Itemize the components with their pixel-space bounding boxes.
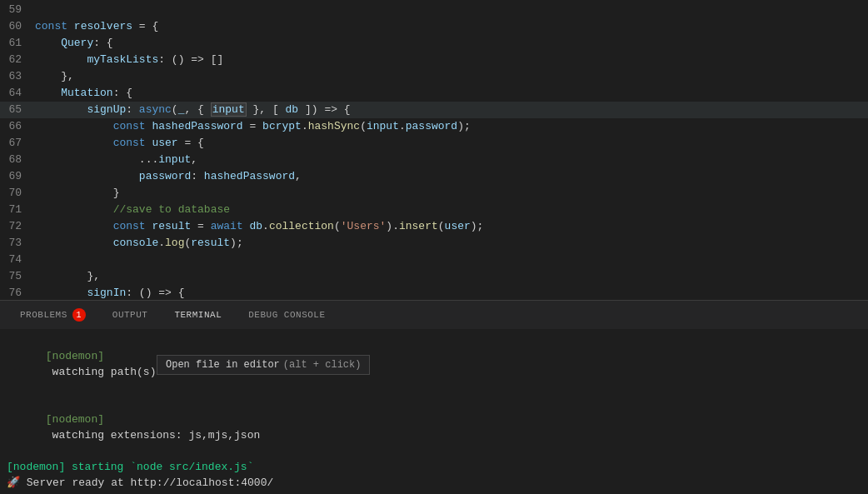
tooltip-shortcut: (alt + click) [283,359,362,371]
code-line: 63 }, [0,68,868,85]
code-line: 73 console.log(result); [0,235,868,252]
code-editor: 59 60 const resolvers = { 61 Query: { 62… [0,0,868,300]
tooltip-text: Open file in editor [166,359,280,371]
tab-output-label: OUTPUT [112,310,148,320]
code-line: 70 } [0,185,868,202]
code-line-active: 65 signUp: async(_, { input }, [ db ]) =… [0,102,868,118]
code-line: 74 [0,252,868,268]
code-lines: 59 60 const resolvers = { 61 Query: { 62… [0,0,868,300]
code-line: 64 Mutation: { [0,85,868,102]
terminal-output: Open file in editor (alt + click) [nodem… [0,329,868,494]
problems-badge: 1 [72,308,86,322]
tab-output[interactable]: OUTPUT [99,301,162,330]
tab-debug-console-label: DEBUG CONSOLE [248,310,325,320]
code-line: 72 const result = await db.collection('U… [0,218,868,235]
tab-problems[interactable]: PROBLEMS 1 [7,301,99,330]
code-line: 59 [0,2,868,18]
terminal-line: 🚀 Server ready at http://localhost:4000/ [7,475,861,491]
code-line: 66 const hashedPassword = bcrypt.hashSyn… [0,118,868,135]
code-line: 71 //save to database [0,202,868,218]
terminal-line: (node:3172) [MONGODB DRIVER] Warning: co… [7,491,861,494]
panel-tabs: PROBLEMS 1 OUTPUT TERMINAL DEBUG CONSOLE [0,300,868,329]
code-line: 75 }, [0,268,868,285]
terminal-line: [nodemon] starting `node src/index.js` [7,459,861,475]
tab-terminal[interactable]: TERMINAL [161,301,235,330]
tooltip: Open file in editor (alt + click) [157,355,370,375]
tab-debug-console[interactable]: DEBUG CONSOLE [235,301,338,330]
code-line: 69 password: hashedPassword, [0,168,868,185]
code-line: 67 const user = { [0,135,868,152]
terminal-line: [nodemon] watching path(s): *.* [7,332,861,396]
bottom-panel: PROBLEMS 1 OUTPUT TERMINAL DEBUG CONSOLE… [0,300,868,494]
code-line: 76 signIn: () => { [0,285,868,300]
code-line: 61 Query: { [0,35,868,52]
tab-terminal-label: TERMINAL [174,310,222,320]
code-line: 62 myTaskLists: () => [] [0,52,868,68]
code-line: 60 const resolvers = { [0,18,868,35]
tab-problems-label: PROBLEMS [20,310,67,320]
code-line: 68 ...input, [0,152,868,168]
terminal-line: [nodemon] watching extensions: js,mjs,js… [7,396,861,459]
